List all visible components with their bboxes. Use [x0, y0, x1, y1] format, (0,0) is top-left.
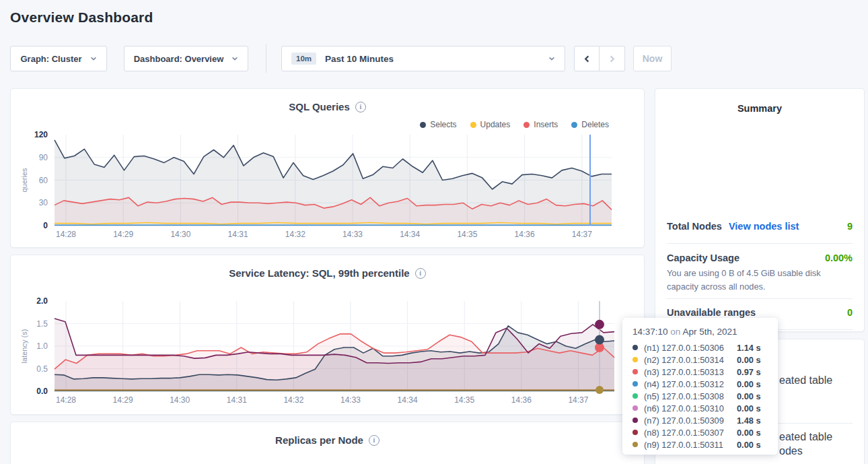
svg-text:90: 90: [39, 153, 48, 162]
series-color-dot: [632, 430, 638, 435]
svg-text:14:32: 14:32: [285, 230, 305, 239]
service-latency-panel: Service Latency: SQL, 99th percentile i …: [10, 255, 645, 415]
svg-text:14:30: 14:30: [170, 395, 190, 405]
svg-text:14:31: 14:31: [228, 230, 248, 239]
event-text-fragment: eated table: [779, 374, 832, 387]
time-range-badge: 10m: [291, 53, 316, 65]
tooltip-node-row: (n3) 127.0.0.1:503130.97 s: [632, 366, 768, 378]
node-address: (n1) 127.0.0.1:50306: [644, 343, 737, 353]
svg-text:14:34: 14:34: [398, 395, 418, 405]
svg-text:14:33: 14:33: [340, 395, 361, 405]
chart-canvas[interactable]: 030609012014:2814:2914:3014:3114:3214:33…: [11, 89, 644, 247]
svg-text:14:28: 14:28: [56, 230, 76, 239]
tooltip-node-row: (n7) 127.0.0.1:503091.48 s: [632, 414, 768, 426]
time-step-forward-button[interactable]: [600, 46, 625, 71]
capacity-usage-value: 0.00%: [825, 253, 853, 263]
svg-text:30: 30: [39, 198, 48, 207]
svg-text:14:31: 14:31: [227, 395, 247, 405]
svg-text:14:36: 14:36: [511, 395, 532, 405]
node-latency-value: 0.00 s: [737, 379, 768, 389]
summary-panel: Summary Total Nodes View nodes list 9 Ca…: [655, 88, 865, 332]
node-latency-value: 1.14 s: [737, 343, 768, 353]
sql-queries-panel: SQL Queries i SelectsUpdatesInsertsDelet…: [10, 88, 645, 248]
series-color-dot: [632, 393, 638, 399]
replicas-per-node-panel: Replicas per Node i: [10, 422, 645, 464]
node-latency-value: 0.00 s: [737, 355, 768, 365]
graph-scope-dropdown[interactable]: Graph: Cluster: [10, 46, 107, 71]
svg-text:60: 60: [39, 176, 48, 185]
node-latency-value: 1.48 s: [737, 416, 768, 426]
total-nodes-value: 9: [847, 221, 853, 232]
divider: [667, 243, 853, 244]
chart-canvas[interactable]: 0.00.51.01.52.014:2814:2914:3014:3114:32…: [11, 255, 644, 414]
node-address: (n4) 127.0.0.1:50312: [644, 379, 737, 389]
dashboard-dropdown[interactable]: Dashboard: Overview: [124, 46, 248, 71]
series-color-dot: [632, 357, 638, 362]
svg-text:2.0: 2.0: [36, 296, 48, 306]
svg-text:14:36: 14:36: [515, 230, 535, 239]
node-latency-value: 0.00 s: [737, 391, 768, 401]
now-button[interactable]: Now: [633, 46, 672, 71]
time-range-label: Past 10 Minutes: [325, 54, 540, 64]
node-address: (n9) 127.0.0.1:50311: [644, 440, 737, 450]
node-address: (n8) 127.0.0.1:50307: [644, 428, 737, 438]
svg-text:14:37: 14:37: [572, 230, 592, 239]
view-nodes-list-link[interactable]: View nodes list: [729, 221, 799, 232]
node-latency-value: 0.00 s: [737, 440, 768, 450]
svg-text:latency (s): latency (s): [20, 329, 28, 364]
svg-text:14:33: 14:33: [342, 230, 363, 239]
tooltip-node-row: (n1) 127.0.0.1:503061.14 s: [632, 341, 768, 354]
svg-text:14:28: 14:28: [56, 395, 76, 405]
svg-text:0.5: 0.5: [36, 364, 48, 374]
node-address: (n7) 127.0.0.1:50309: [644, 416, 737, 426]
node-address: (n3) 127.0.0.1:50313: [644, 367, 737, 377]
capacity-usage-stat: Capacity Usage 0.00%: [667, 253, 853, 263]
page-title: Overview Dashboard: [10, 9, 153, 26]
info-icon[interactable]: i: [369, 435, 379, 446]
time-range-picker[interactable]: 10m Past 10 Minutes: [281, 46, 565, 71]
tooltip-time: 14:37:10: [632, 327, 668, 337]
tooltip-conj: on: [670, 327, 680, 337]
svg-text:14:30: 14:30: [170, 230, 190, 239]
tooltip-node-row: (n4) 127.0.0.1:503120.00 s: [632, 378, 768, 390]
total-nodes-label: Total Nodes: [667, 221, 722, 232]
total-nodes-stat: Total Nodes View nodes list 9: [667, 221, 853, 232]
tooltip-node-row: (n8) 127.0.0.1:503070.00 s: [632, 426, 768, 438]
replicas-per-node-title: Replicas per Node: [275, 434, 363, 446]
unavailable-ranges-value: 0: [847, 307, 853, 318]
svg-text:1.5: 1.5: [36, 319, 48, 329]
svg-text:0.0: 0.0: [36, 387, 48, 396]
chevron-down-icon: [90, 55, 97, 62]
capacity-usage-label: Capacity Usage: [667, 253, 739, 263]
series-color-dot: [632, 345, 638, 350]
tooltip-node-row: (n9) 127.0.0.1:503110.00 s: [632, 438, 768, 451]
chevron-left-icon: [583, 55, 591, 63]
node-address: (n6) 127.0.0.1:50310: [644, 403, 737, 413]
tooltip-node-row: (n6) 127.0.0.1:503100.00 s: [632, 402, 768, 414]
controls-divider: [266, 44, 266, 73]
svg-text:14:37: 14:37: [568, 395, 588, 405]
tooltip-node-row: (n2) 127.0.0.1:503140.00 s: [632, 354, 768, 366]
node-latency-value: 0.00 s: [737, 428, 768, 438]
unavailable-ranges-label: Unavailable ranges: [667, 307, 756, 318]
svg-text:0: 0: [43, 221, 48, 230]
svg-text:queries: queries: [20, 168, 28, 193]
graph-scope-label: Graph: Cluster: [20, 54, 81, 64]
chevron-right-icon: [608, 55, 616, 63]
node-address: (n5) 127.0.0.1:50308: [644, 391, 737, 401]
event-text-fragment: eated table: [779, 431, 832, 443]
tooltip-date: Apr 5th, 2021: [682, 327, 737, 337]
svg-text:14:35: 14:35: [457, 230, 477, 239]
unavailable-ranges-stat: Unavailable ranges 0: [667, 307, 853, 318]
svg-text:120: 120: [34, 130, 48, 139]
tooltip-node-list: (n1) 127.0.0.1:503061.14 s(n2) 127.0.0.1…: [632, 341, 768, 451]
node-address: (n2) 127.0.0.1:50314: [644, 355, 737, 365]
event-text-fragment: odes: [779, 445, 803, 457]
capacity-usage-desc: You are using 0 B of 4.5 GiB usable disk…: [667, 267, 853, 294]
overview-dashboard-page: Overview Dashboard Graph: Cluster Dashbo…: [0, 0, 868, 464]
time-step-buttons: [574, 46, 625, 71]
series-color-dot: [632, 381, 638, 387]
time-step-back-button[interactable]: [574, 46, 600, 71]
chevron-down-icon: [548, 55, 555, 62]
node-latency-value: 0.00 s: [737, 403, 768, 413]
